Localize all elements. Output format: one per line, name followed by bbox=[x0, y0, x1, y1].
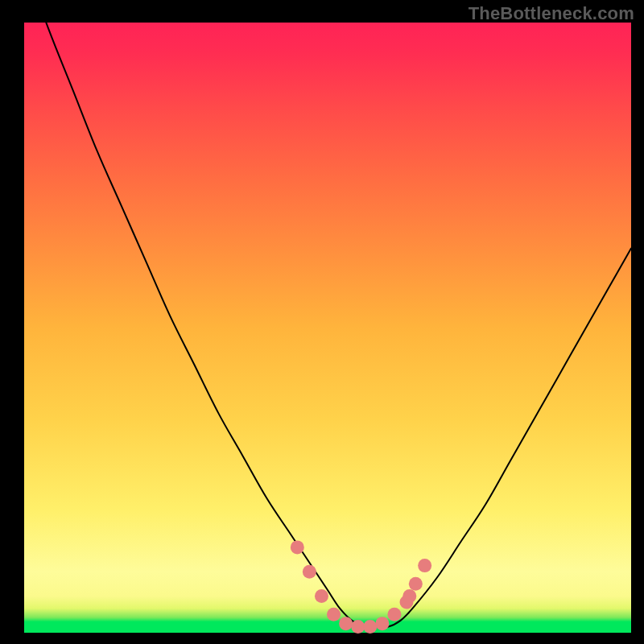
bottleneck-curve bbox=[24, 23, 631, 633]
highlight-dot bbox=[375, 617, 389, 630]
highlight-dot bbox=[402, 589, 416, 603]
plot-area bbox=[24, 23, 631, 633]
highlight-dot bbox=[351, 620, 365, 634]
highlight-dot bbox=[418, 559, 431, 572]
chart-frame: TheBottleneck.com bbox=[0, 0, 644, 644]
highlight-dot bbox=[363, 620, 377, 634]
highlight-dot bbox=[315, 589, 328, 603]
highlight-dot bbox=[339, 617, 353, 630]
highlight-dot bbox=[291, 540, 304, 554]
highlight-dot bbox=[387, 608, 401, 621]
highlight-dot bbox=[303, 565, 316, 579]
watermark-text: TheBottleneck.com bbox=[469, 3, 634, 24]
highlight-dot bbox=[327, 608, 341, 621]
highlight-dot bbox=[409, 577, 423, 591]
